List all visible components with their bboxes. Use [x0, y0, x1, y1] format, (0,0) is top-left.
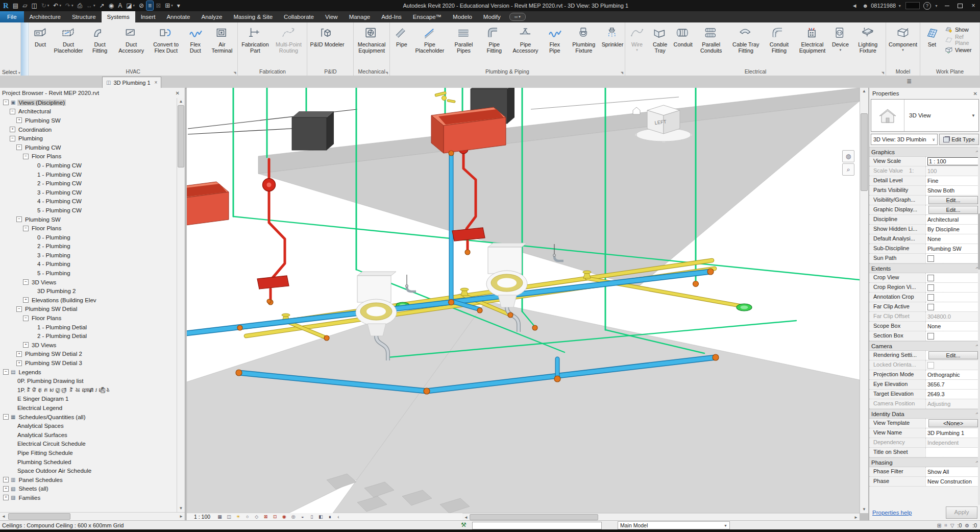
expander-plus-icon[interactable]: + [16, 351, 22, 357]
section-icon[interactable]: ⊘ [137, 1, 145, 10]
panel-label-work-plane[interactable]: Work Plane [921, 68, 978, 76]
tree-hscroll-thumb[interactable] [8, 513, 70, 520]
rendering-setti-button[interactable]: Edit... [928, 351, 978, 359]
canvas-hscroll-thumb[interactable] [470, 514, 598, 520]
tree-item-electrical-circuit-schedule[interactable]: Electrical Circuit Schedule [0, 440, 177, 449]
tree-item-elevations-building-elev[interactable]: +Elevations (Building Elev [0, 296, 177, 305]
tree-item-2-plumbing[interactable]: 2 - Plumbing [0, 242, 177, 251]
default-3d-view-icon[interactable]: ◪▾ [125, 1, 136, 10]
close-button[interactable]: × [967, 0, 980, 11]
set-button[interactable]: Set [921, 22, 943, 68]
properties-help-link[interactable]: Properties help [872, 510, 912, 516]
tree-item-3d-plumbing-2[interactable]: 3D Plumbing 2 [0, 286, 177, 296]
scope-box-value[interactable]: None [925, 322, 980, 331]
type-selector-caret[interactable]: ▼ [971, 100, 978, 131]
design-option-select[interactable]: Main Model▼ [618, 521, 730, 529]
active-workset-select[interactable] [472, 522, 602, 529]
tab-massing-site[interactable]: Massing & Site [228, 11, 278, 22]
show-button[interactable]: Show [943, 25, 978, 35]
tree-item-analytical-surfaces[interactable]: Analytical Surfaces [0, 430, 177, 440]
tree-item-plumbing-sw[interactable]: +Plumbing SW [0, 116, 177, 125]
show-analytical-model-icon[interactable]: ◧ [317, 513, 325, 521]
fabrication-part-button[interactable]: Fabrication Part [239, 22, 271, 68]
phase-value[interactable]: New Construction [925, 477, 980, 486]
scroll-up-icon[interactable]: ▲ [177, 98, 185, 105]
duct-button[interactable]: Duct [30, 22, 51, 68]
panel-label-electrical[interactable]: Electrical◥ [626, 68, 885, 76]
flex-pipe-button[interactable]: Flex Pipe [543, 22, 567, 68]
filter-icon[interactable]: ▽ [950, 523, 954, 528]
lighting-fixture-button[interactable]: Lighting Fixture [851, 22, 885, 68]
device-button[interactable]: Device▾ [829, 22, 851, 68]
tree-item-1-plumbing-cw[interactable]: 1 - Plumbing CW [0, 170, 177, 179]
zoom-icon[interactable]: ⌕ [842, 163, 854, 176]
expander-minus-icon[interactable]: − [23, 279, 29, 285]
p-id-modeler-button[interactable]: P&ID Modeler [308, 22, 346, 68]
visibility-graph-button[interactable]: Edit... [928, 196, 978, 204]
conduit-button[interactable]: Conduit [672, 22, 694, 68]
tag-by-category-icon[interactable]: ◉ [107, 1, 115, 10]
tree-item-e-singer-diagram-1[interactable]: E Singer Diagram 1 [0, 395, 177, 404]
locked-orienta-checkbox[interactable] [927, 362, 934, 369]
tree-item-schedules-quantities-all[interactable]: −▦Schedules/Quantities (all) [0, 413, 177, 422]
tab-architecture[interactable]: Architecture [24, 11, 66, 22]
crop-view-icon[interactable]: ⊠ [262, 513, 270, 521]
tree-item-families[interactable]: +▨Families [0, 493, 177, 502]
speaker-icon[interactable]: ◄ [852, 3, 857, 9]
tab-modelo[interactable]: Modelo [447, 11, 478, 22]
user-menu-caret[interactable]: ▼ [898, 4, 901, 8]
duct-accessory-button[interactable]: Duct Accessory [114, 22, 149, 68]
mechanical-equipment-button[interactable]: Mechanical Equipment [355, 22, 388, 68]
edit-type-button[interactable]: Edit Type [939, 134, 979, 145]
show-crop-region-icon[interactable]: ⊡ [271, 513, 279, 521]
sprinkler-button[interactable]: Sprinkler [601, 22, 624, 68]
select-panel-label[interactable]: Select ▾ [2, 69, 20, 75]
default-analysi-value[interactable]: None [925, 234, 980, 244]
dependency-value[interactable]: Independent [925, 438, 980, 447]
tab-manage[interactable]: Manage [344, 11, 376, 22]
duct-placeholder-button[interactable]: Duct Placeholder [51, 22, 86, 68]
canvas-vertical-scrollbar[interactable]: ▲ ▼ [860, 88, 868, 513]
section-graphics[interactable]: Graphicsᄉ [869, 147, 980, 157]
recent-documents-icon[interactable]: ▤ [11, 1, 20, 10]
flex-duct-button[interactable]: Flex Duct [183, 22, 207, 68]
user-id[interactable]: 08121988 [871, 3, 896, 9]
tab-add-ins[interactable]: Add-Ins [376, 11, 407, 22]
expander-minus-icon[interactable]: − [16, 144, 22, 150]
camera-position-value[interactable]: Adjusting [925, 399, 980, 408]
pipe-fitting-button[interactable]: Pipe Fitting [480, 22, 508, 68]
help-menu-caret[interactable]: ▼ [935, 4, 938, 8]
tree-item-5-plumbing[interactable]: 5 - Plumbing [0, 269, 177, 278]
tree-item-analytical-spaces[interactable]: Analytical Spaces [0, 421, 177, 430]
tree-item-electrical-legend[interactable]: Electrical Legend [0, 403, 177, 413]
scale-value-1-value[interactable]: 100 [925, 166, 980, 176]
pipe-placeholder-button[interactable]: Pipe Placeholder [412, 22, 447, 68]
scroll-down-icon[interactable]: ▼ [177, 505, 185, 512]
expander-plus-icon[interactable]: + [3, 486, 9, 492]
tab-collaborate[interactable]: Collaborate [278, 11, 320, 22]
expander-minus-icon[interactable]: − [16, 306, 22, 312]
worksharing-display-icon[interactable]: ⚒ [461, 521, 467, 528]
tab-list-menu-icon[interactable]: ≣ [906, 78, 912, 85]
type-filter-combo[interactable]: 3D View: 3D Plumbin∨ [871, 134, 938, 145]
electrical-panel-1[interactable] [292, 111, 334, 150]
panel-label-hvac[interactable]: HVAC◥ [30, 68, 236, 76]
restore-button[interactable] [953, 0, 967, 11]
tab-insert[interactable]: Insert [135, 11, 161, 22]
sub-discipline-value[interactable]: Plumbing SW [925, 244, 980, 253]
view-template-button[interactable]: <None> [928, 419, 978, 427]
expander-minus-icon[interactable]: − [23, 226, 29, 231]
sink-1[interactable] [187, 176, 229, 228]
section-extents[interactable]: Extentsᄉ [869, 263, 980, 273]
view-scale-input[interactable]: 1 : 100 [927, 157, 979, 165]
cable-tray-fitting-button[interactable]: Cable Tray Fitting [728, 22, 763, 68]
tree-item-3-plumbing[interactable]: 3 - Plumbing [0, 251, 177, 260]
panel-label-mechanical[interactable]: Mechanical◥ [355, 68, 388, 76]
tree-horizontal-scrollbar[interactable]: ◄ ► [0, 512, 185, 520]
tree-item-3-plumbing-cw[interactable]: 3 - Plumbing CW [0, 188, 177, 197]
tree-item-coordination[interactable]: +Coordination [0, 125, 177, 134]
detail-level-value[interactable]: Fine [925, 176, 980, 185]
tree-item-0-plumbing-cw[interactable]: 0 - Plumbing CW [0, 161, 177, 170]
worksharing-display-icon[interactable]: ◒ [299, 513, 306, 521]
expander-plus-icon[interactable]: + [3, 477, 9, 482]
